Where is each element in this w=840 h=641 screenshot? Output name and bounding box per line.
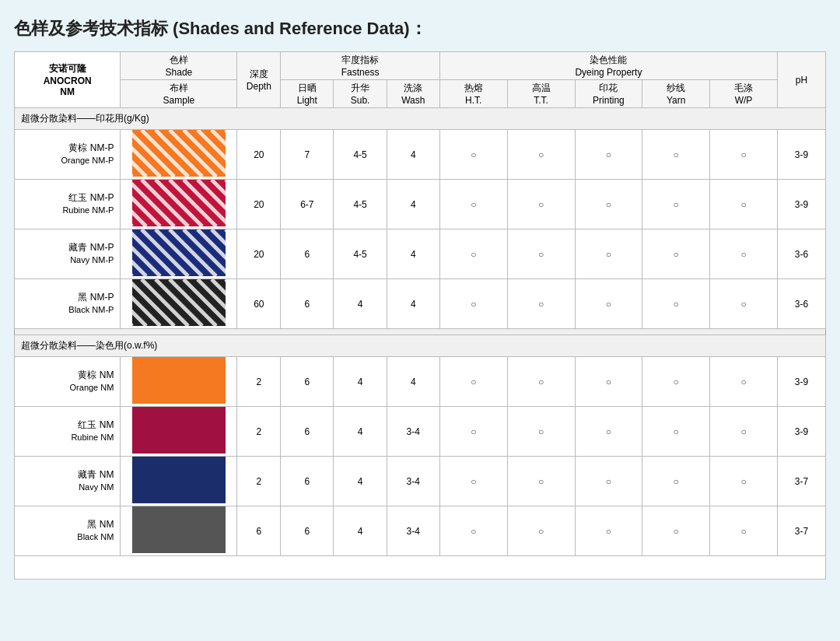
ht-value: ○ bbox=[439, 130, 507, 180]
ph-value: 3-9 bbox=[777, 357, 825, 407]
product-name: 黑 NM-PBlack NM-P bbox=[15, 279, 121, 329]
swatch-cell bbox=[121, 457, 237, 506]
yarn-value: ○ bbox=[642, 180, 710, 229]
tt-value: ○ bbox=[507, 457, 575, 506]
final-empty-row bbox=[15, 556, 826, 580]
print-value: ○ bbox=[575, 180, 642, 229]
sub-value: 4 bbox=[334, 279, 387, 329]
sub-value: 4-5 bbox=[334, 180, 387, 229]
table-row: 黑 NM-PBlack NM-P 60644○○○○○3-6 bbox=[15, 279, 826, 329]
light-value: 6 bbox=[281, 279, 334, 329]
ph-header: pH bbox=[777, 52, 825, 108]
ph-value: 3-9 bbox=[777, 407, 825, 457]
ht-value: ○ bbox=[439, 506, 507, 556]
table-row: 红玉 NM-PRubine NM-P 206-74-54○○○○○3-9 bbox=[15, 180, 826, 229]
depth-value: 60 bbox=[237, 279, 281, 329]
yarn-value: ○ bbox=[642, 506, 710, 556]
product-name: 黑 NMBlack NM bbox=[15, 506, 121, 556]
dyeing-header: 染色性能 Dyeing Property bbox=[439, 52, 777, 80]
empty-row bbox=[15, 329, 826, 335]
light-value: 6 bbox=[281, 457, 334, 506]
print-value: ○ bbox=[575, 229, 642, 279]
depth-value: 20 bbox=[237, 180, 281, 229]
table-row: 红玉 NMRubine NM 2643-4○○○○○3-9 bbox=[15, 407, 826, 457]
ht-value: ○ bbox=[439, 229, 507, 279]
light-value: 6 bbox=[281, 357, 334, 407]
product-name: 红玉 NMRubine NM bbox=[15, 407, 121, 457]
yarn-value: ○ bbox=[642, 457, 710, 506]
depth-value: 2 bbox=[237, 457, 281, 506]
print-value: ○ bbox=[575, 506, 642, 556]
section2-title: 超微分散染料——染色用(o.w.f%) bbox=[15, 335, 826, 357]
light-value: 6-7 bbox=[281, 180, 334, 229]
wash-value: 3-4 bbox=[387, 457, 439, 506]
product-name: 藏青 NMNavy NM bbox=[15, 457, 121, 506]
shade-header: 色样 Shade bbox=[121, 52, 237, 80]
ht-value: ○ bbox=[439, 357, 507, 407]
wash-header: 洗涤 Wash bbox=[387, 80, 439, 108]
table-row: 黑 NMBlack NM 6643-4○○○○○3-7 bbox=[15, 506, 826, 556]
print-value: ○ bbox=[575, 407, 642, 457]
wash-value: 4 bbox=[387, 229, 439, 279]
wp-value: ○ bbox=[710, 357, 778, 407]
product-name: 藏青 NM-PNavy NM-P bbox=[15, 229, 121, 279]
wash-value: 4 bbox=[387, 279, 439, 329]
depth-value: 20 bbox=[237, 229, 281, 279]
yarn-value: ○ bbox=[642, 279, 710, 329]
wp-value: ○ bbox=[710, 279, 778, 329]
section1-row: 超微分散染料——印花用(g/Kg) bbox=[15, 108, 826, 130]
wp-value: ○ bbox=[710, 407, 778, 457]
wash-value: 3-4 bbox=[387, 407, 439, 457]
table-row: 黄棕 NM-POrange NM-P 2074-54○○○○○3-9 bbox=[15, 130, 826, 180]
depth-value: 6 bbox=[237, 506, 281, 556]
depth-value: 2 bbox=[237, 407, 281, 457]
depth-value: 20 bbox=[237, 130, 281, 180]
print-value: ○ bbox=[575, 279, 642, 329]
swatch-cell bbox=[121, 357, 237, 407]
wash-value: 3-4 bbox=[387, 506, 439, 556]
wp-value: ○ bbox=[710, 229, 778, 279]
svg-rect-60 bbox=[132, 357, 226, 404]
page-container: 色样及参考技术指标 (Shades and Reference Data)： 安… bbox=[8, 8, 832, 586]
wash-value: 4 bbox=[387, 357, 439, 407]
anocron-header: 安诺可隆 ANOCRON NM bbox=[15, 52, 121, 108]
yarn-value: ○ bbox=[642, 407, 710, 457]
tt-value: ○ bbox=[507, 506, 575, 556]
swatch-cell bbox=[121, 229, 237, 279]
tt-value: ○ bbox=[507, 357, 575, 407]
svg-rect-62 bbox=[132, 457, 226, 503]
product-name: 红玉 NM-PRubine NM-P bbox=[15, 180, 121, 229]
tt-value: ○ bbox=[507, 180, 575, 229]
swatch-cell bbox=[121, 130, 237, 180]
sub-header: 升华 Sub. bbox=[334, 80, 387, 108]
light-value: 6 bbox=[281, 506, 334, 556]
section1-title: 超微分散染料——印花用(g/Kg) bbox=[15, 108, 826, 130]
product-name: 黄棕 NM-POrange NM-P bbox=[15, 130, 121, 180]
svg-rect-61 bbox=[132, 407, 226, 454]
sub-value: 4 bbox=[334, 407, 387, 457]
main-table: 安诺可隆 ANOCRON NM 色样 Shade 深度 Depth 牢度指标 F… bbox=[14, 51, 826, 580]
ph-value: 3-9 bbox=[777, 180, 825, 229]
tt-value: ○ bbox=[507, 407, 575, 457]
ht-value: ○ bbox=[439, 180, 507, 229]
swatch-cell bbox=[121, 506, 237, 556]
ph-value: 3-9 bbox=[777, 130, 825, 180]
table-row: 藏青 NM-PNavy NM-P 2064-54○○○○○3-6 bbox=[15, 229, 826, 279]
yarn-value: ○ bbox=[642, 229, 710, 279]
sub-value: 4 bbox=[334, 506, 387, 556]
yarn-header: 纱线 Yarn bbox=[642, 80, 710, 108]
ht-header: 热熔 H.T. bbox=[439, 80, 507, 108]
ht-value: ○ bbox=[439, 279, 507, 329]
ht-value: ○ bbox=[439, 457, 507, 506]
sub-value: 4-5 bbox=[334, 229, 387, 279]
ht-value: ○ bbox=[439, 407, 507, 457]
wp-value: ○ bbox=[710, 180, 778, 229]
wp-header: 毛涤 W/P bbox=[710, 80, 778, 108]
section2-row: 超微分散染料——染色用(o.w.f%) bbox=[15, 335, 826, 357]
sub-value: 4 bbox=[334, 457, 387, 506]
sample-subheader: 布样 Sample bbox=[121, 80, 237, 108]
light-value: 6 bbox=[281, 229, 334, 279]
fastness-header: 牢度指标 Fastness bbox=[281, 52, 440, 80]
swatch-cell bbox=[121, 407, 237, 457]
tt-header: 高温 T.T. bbox=[507, 80, 575, 108]
